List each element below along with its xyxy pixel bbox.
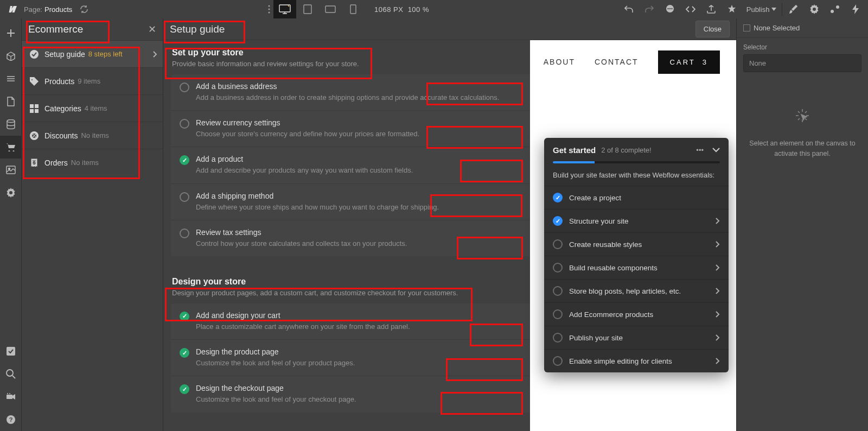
percent-icon bbox=[28, 131, 40, 141]
search-icon[interactable] bbox=[0, 363, 22, 385]
nav-item-products[interactable]: Products 9 items bbox=[22, 67, 163, 94]
selector-dropdown[interactable]: None bbox=[743, 54, 861, 72]
svg-point-13 bbox=[7, 120, 15, 123]
check-circle-icon bbox=[553, 193, 563, 202]
svg-point-11 bbox=[831, 10, 834, 13]
style-panel: None Selected Selector None Select an el… bbox=[736, 18, 868, 431]
cursor-click-icon bbox=[792, 105, 813, 126]
checklist-icon[interactable] bbox=[0, 340, 22, 363]
nav-item-categories[interactable]: Categories 4 items bbox=[22, 94, 163, 122]
interactions-icon[interactable] bbox=[825, 0, 845, 18]
tablet-landscape-icon[interactable] bbox=[319, 0, 342, 18]
gs-item[interactable]: Store blog posts, help articles, etc. bbox=[544, 279, 729, 302]
box-icon[interactable] bbox=[0, 45, 22, 67]
check-circle-icon bbox=[180, 384, 189, 394]
close-icon[interactable]: ✕ bbox=[148, 23, 156, 35]
gear-icon[interactable] bbox=[804, 0, 825, 18]
brush-icon[interactable] bbox=[783, 0, 804, 18]
svg-rect-25 bbox=[35, 104, 39, 108]
close-button[interactable]: Close bbox=[695, 21, 730, 37]
radio-empty-icon bbox=[553, 333, 563, 343]
more-vertical-icon[interactable] bbox=[268, 5, 270, 14]
gs-item[interactable]: Build reusable components bbox=[544, 256, 729, 279]
chevron-right-icon bbox=[716, 264, 720, 271]
svg-text:$: $ bbox=[33, 160, 35, 166]
canvas-width-display[interactable]: 1068 PX 100 % bbox=[374, 5, 429, 14]
nav-item-discounts[interactable]: Discounts No items bbox=[22, 122, 163, 149]
panel-title: Ecommerce bbox=[28, 23, 83, 35]
svg-rect-6 bbox=[350, 5, 356, 14]
guide-title: Setup guide bbox=[170, 23, 225, 35]
comments-icon[interactable] bbox=[660, 0, 680, 18]
check-circle-icon bbox=[180, 348, 189, 358]
device-toggle-group bbox=[273, 0, 365, 18]
help-icon[interactable]: ? bbox=[0, 408, 22, 431]
radio-empty-icon bbox=[180, 83, 189, 92]
bolt-icon[interactable] bbox=[845, 0, 866, 18]
chevron-right-icon bbox=[716, 358, 720, 364]
nav-contact[interactable]: CONTACT bbox=[595, 58, 639, 66]
layers-icon[interactable] bbox=[0, 67, 22, 90]
ecommerce-panel: Ecommerce ✕ Setup guide 8 steps left Pro… bbox=[22, 18, 163, 431]
video-icon[interactable] bbox=[0, 385, 22, 408]
redo-icon[interactable] bbox=[639, 0, 660, 18]
gs-item[interactable]: Create reusable styles bbox=[544, 232, 729, 256]
tag-icon bbox=[28, 77, 40, 86]
grid-icon bbox=[28, 104, 40, 113]
settings-gear-icon[interactable] bbox=[0, 181, 22, 204]
page-label: Page: bbox=[24, 5, 42, 14]
center-column: Setup guide Close Set up your store Prov… bbox=[163, 18, 736, 431]
check-circle-icon bbox=[28, 49, 40, 59]
svg-point-23 bbox=[30, 50, 39, 59]
chevron-down-icon[interactable] bbox=[712, 148, 720, 153]
svg-rect-18 bbox=[7, 395, 12, 399]
gs-item[interactable]: Add Ecommerce products bbox=[544, 302, 729, 326]
audit-icon[interactable] bbox=[722, 0, 742, 18]
page-icon[interactable] bbox=[0, 90, 22, 113]
nav-about[interactable]: ABOUT bbox=[544, 58, 575, 66]
ecommerce-icon[interactable] bbox=[0, 136, 22, 159]
chevron-right-icon bbox=[716, 241, 720, 248]
desktop-device-icon[interactable] bbox=[273, 0, 296, 18]
cms-icon[interactable] bbox=[0, 113, 22, 136]
svg-rect-24 bbox=[30, 104, 34, 108]
more-horizontal-icon[interactable]: ••• bbox=[696, 146, 704, 154]
left-icon-rail: ? bbox=[0, 18, 22, 431]
assets-icon[interactable] bbox=[0, 159, 22, 181]
add-icon[interactable] bbox=[0, 22, 22, 45]
export-icon[interactable] bbox=[701, 0, 722, 18]
svg-point-0 bbox=[269, 5, 270, 7]
gs-item[interactable]: Publish your site bbox=[544, 326, 729, 349]
page-name[interactable]: Products bbox=[44, 5, 72, 14]
topbar: Page: Products 1068 PX 100 % Publish bbox=[0, 0, 868, 18]
radio-empty-icon bbox=[180, 192, 189, 202]
svg-point-17 bbox=[7, 370, 13, 376]
gs-item[interactable]: Enable simple editing for clients bbox=[544, 349, 729, 372]
svg-point-30 bbox=[35, 136, 36, 137]
svg-point-10 bbox=[671, 8, 672, 9]
publish-button[interactable]: Publish bbox=[742, 5, 781, 14]
undo-icon[interactable] bbox=[618, 0, 639, 18]
webflow-logo-icon[interactable] bbox=[2, 0, 21, 18]
tablet-device-icon[interactable] bbox=[296, 0, 319, 18]
gs-item[interactable]: Create a project bbox=[544, 186, 729, 209]
radio-empty-icon bbox=[553, 239, 563, 249]
chevron-right-icon bbox=[716, 288, 720, 294]
chevron-right-icon bbox=[716, 218, 720, 224]
nav-item-setup-guide[interactable]: Setup guide 8 steps left bbox=[22, 40, 163, 67]
check-circle-icon bbox=[180, 312, 189, 321]
svg-point-15 bbox=[8, 168, 10, 170]
svg-point-29 bbox=[33, 134, 34, 135]
checkbox-icon[interactable] bbox=[743, 24, 750, 31]
helper-text: Select an element on the canvas to activ… bbox=[748, 138, 857, 159]
cart-button[interactable]: CART 3 bbox=[658, 50, 720, 74]
radio-empty-icon bbox=[180, 229, 189, 238]
code-icon[interactable] bbox=[680, 0, 701, 18]
nav-item-orders[interactable]: $ Orders No items bbox=[22, 149, 163, 176]
chevron-right-icon bbox=[716, 311, 720, 318]
none-selected-row[interactable]: None Selected bbox=[743, 24, 861, 32]
sync-icon[interactable] bbox=[80, 5, 88, 14]
receipt-icon: $ bbox=[28, 158, 40, 168]
mobile-device-icon[interactable] bbox=[342, 0, 365, 18]
gs-item[interactable]: Structure your site bbox=[544, 209, 729, 232]
